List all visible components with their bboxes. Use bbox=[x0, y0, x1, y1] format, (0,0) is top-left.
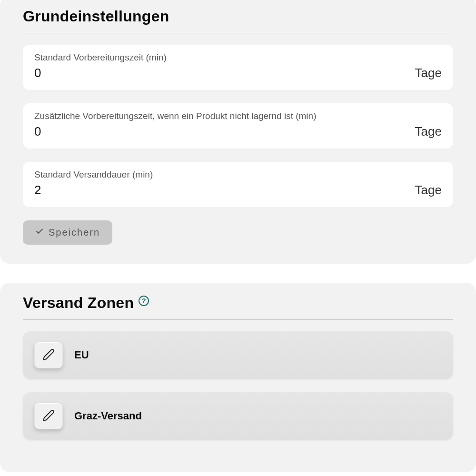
edit-zone-button[interactable] bbox=[34, 403, 63, 429]
zone-row[interactable]: Graz-Versand bbox=[23, 392, 453, 440]
prep-time-input[interactable] bbox=[34, 66, 319, 80]
save-button[interactable]: Speichern bbox=[23, 220, 112, 245]
shipping-duration-field: Standard Versanddauer (min) Tage bbox=[23, 162, 453, 207]
extra-prep-time-label: Zusätzliche Vorbereitungszeit, wenn ein … bbox=[34, 111, 442, 121]
prep-time-unit: Tage bbox=[415, 66, 442, 80]
shipping-zones-heading-row: Versand Zonen ? bbox=[23, 283, 453, 320]
prep-time-field: Standard Vorbereitungszeit (min) Tage bbox=[23, 45, 453, 90]
help-icon[interactable]: ? bbox=[139, 296, 149, 306]
check-icon bbox=[35, 227, 44, 238]
shipping-duration-label: Standard Versanddauer (min) bbox=[34, 169, 442, 180]
extra-prep-time-input[interactable] bbox=[34, 124, 319, 139]
basic-settings-heading-row: Grundeinstellungen bbox=[23, 0, 453, 33]
zone-name: Graz-Versand bbox=[74, 410, 142, 422]
extra-prep-time-unit: Tage bbox=[415, 124, 442, 139]
pencil-icon bbox=[42, 409, 55, 423]
shipping-duration-input[interactable] bbox=[34, 183, 319, 198]
zone-name: EU bbox=[74, 349, 89, 361]
pencil-icon bbox=[42, 348, 55, 362]
edit-zone-button[interactable] bbox=[34, 342, 63, 368]
extra-prep-time-field: Zusätzliche Vorbereitungszeit, wenn ein … bbox=[23, 103, 453, 149]
basic-settings-title: Grundeinstellungen bbox=[23, 0, 169, 30]
zone-row[interactable]: EU bbox=[23, 331, 453, 379]
shipping-zones-panel: Versand Zonen ? EU Graz-Versand bbox=[0, 283, 476, 472]
save-button-label: Speichern bbox=[49, 227, 100, 238]
basic-settings-panel: Grundeinstellungen Standard Vorbereitung… bbox=[0, 0, 476, 264]
shipping-duration-unit: Tage bbox=[415, 183, 442, 198]
prep-time-label: Standard Vorbereitungszeit (min) bbox=[34, 52, 442, 63]
shipping-zones-title: Versand Zonen bbox=[23, 283, 134, 317]
